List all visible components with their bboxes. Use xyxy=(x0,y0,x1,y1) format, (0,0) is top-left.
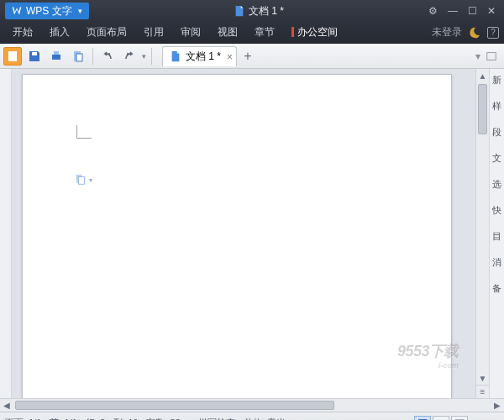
document-area[interactable]: ▾ 9553下载 i-com xyxy=(12,69,475,398)
print-layout-view-button[interactable] xyxy=(414,416,431,421)
svg-rect-8 xyxy=(78,177,84,185)
status-bar: 页面: 1/1 节: 1/1 行: 2 列: 16 字数: 23 拼写检查 单位… xyxy=(0,412,504,420)
maximize-button[interactable]: ☐ xyxy=(468,5,477,17)
status-page[interactable]: 页面: 1/1 xyxy=(5,417,41,420)
document-icon xyxy=(170,50,181,62)
redo-button[interactable] xyxy=(120,47,139,66)
print-button[interactable] xyxy=(47,47,66,66)
hscroll-track[interactable] xyxy=(13,399,491,412)
login-status[interactable]: 未登录 xyxy=(432,25,462,39)
status-unit[interactable]: 单位: 毫米 xyxy=(244,417,286,420)
app-name: WPS 文字 xyxy=(26,4,72,18)
menu-insert[interactable]: 插入 xyxy=(42,22,77,43)
horizontal-scrollbar[interactable]: ◀ ▶ xyxy=(0,398,504,412)
svg-rect-5 xyxy=(76,54,82,61)
new-tab-button[interactable]: + xyxy=(237,46,259,66)
svg-rect-0 xyxy=(8,51,17,61)
scroll-down-button[interactable]: ▼ xyxy=(476,371,489,385)
pane-item[interactable]: 文 xyxy=(492,152,501,165)
status-section[interactable]: 节: 1/1 xyxy=(50,417,76,420)
undo-button[interactable] xyxy=(98,47,117,66)
pane-item[interactable]: 样 xyxy=(492,100,501,113)
text-cursor-position xyxy=(76,125,92,139)
svg-rect-3 xyxy=(54,51,59,55)
svg-rect-6 xyxy=(487,52,496,60)
watermark-url: i-com xyxy=(397,361,459,370)
paste-button[interactable] xyxy=(69,47,87,66)
menu-page-layout[interactable]: 页面布局 xyxy=(79,22,134,43)
document-icon xyxy=(234,5,245,17)
status-line[interactable]: 行: 2 xyxy=(86,417,105,420)
chevron-down-icon: ▾ xyxy=(89,176,92,184)
pane-item[interactable]: 选 xyxy=(492,178,501,191)
paste-options-button[interactable]: ▾ xyxy=(75,174,92,186)
paste-options-icon xyxy=(75,174,87,186)
split-handle[interactable]: ≡ xyxy=(476,385,489,398)
menu-office-space-label: 办公空间 xyxy=(297,26,338,38)
status-spellcheck[interactable]: 拼写检查 xyxy=(189,417,235,420)
document-page[interactable]: ▾ xyxy=(22,74,452,398)
status-word-count[interactable]: 字数: 23 xyxy=(146,417,180,420)
settings-icon[interactable]: ⚙ xyxy=(428,5,438,17)
svg-rect-1 xyxy=(32,52,37,55)
web-view-button[interactable] xyxy=(451,416,468,421)
scroll-thumb[interactable] xyxy=(478,84,487,134)
document-tab-label: 文档 1 * xyxy=(186,50,221,64)
pane-item[interactable]: 备 xyxy=(492,282,501,295)
close-button[interactable]: ✕ xyxy=(487,5,496,17)
tab-list-button[interactable]: ▾ xyxy=(475,50,480,62)
document-tab-strip: 文档 1 * × + xyxy=(162,44,472,68)
scroll-left-button[interactable]: ◀ xyxy=(0,401,13,410)
menu-bar: 开始 插入 页面布局 引用 审阅 视图 章节 办公空间 未登录 ? xyxy=(0,22,504,44)
document-tab-active[interactable]: 文档 1 * × xyxy=(162,46,237,66)
help-button[interactable]: ? xyxy=(487,27,499,39)
pane-item[interactable]: 消 xyxy=(492,256,501,269)
outline-view-button[interactable] xyxy=(433,416,449,421)
watermark-brand: 9553下载 xyxy=(397,343,459,360)
app-menu-chip[interactable]: WPS 文字 ▾ xyxy=(5,3,89,19)
tab-options-icon[interactable] xyxy=(486,50,497,62)
doc-title-text: 文档 1 * xyxy=(249,4,284,18)
menu-chapters[interactable]: 章节 xyxy=(247,22,282,43)
pane-item[interactable]: 目 xyxy=(492,230,501,243)
save-button[interactable] xyxy=(25,47,44,66)
chevron-down-icon: ▾ xyxy=(78,7,82,15)
svg-rect-2 xyxy=(52,55,60,60)
view-mode-buttons xyxy=(414,416,468,421)
pane-item[interactable]: 段 xyxy=(492,126,501,139)
quick-access-toolbar: ▾ 文档 1 * × + ▾ xyxy=(0,44,504,69)
menu-view[interactable]: 视图 xyxy=(210,22,245,43)
toolbar-overflow[interactable]: ▾ xyxy=(142,52,146,60)
wps-logo-icon xyxy=(12,6,22,16)
pane-item[interactable]: 新 xyxy=(492,74,501,87)
scroll-up-button[interactable]: ▲ xyxy=(476,69,489,82)
menu-review[interactable]: 审阅 xyxy=(173,22,208,43)
task-pane: 新 样 段 文 选 快 目 消 备 xyxy=(489,69,504,398)
status-col[interactable]: 列: 16 xyxy=(113,417,138,420)
menu-start[interactable]: 开始 xyxy=(5,22,40,43)
scroll-right-button[interactable]: ▶ xyxy=(491,401,504,410)
menu-office-space[interactable]: 办公空间 xyxy=(284,22,345,43)
tab-close-button[interactable]: × xyxy=(227,51,233,63)
title-bar: WPS 文字 ▾ 文档 1 * ⚙ — ☐ ✕ xyxy=(0,0,504,22)
skin-icon[interactable] xyxy=(469,27,480,39)
hscroll-thumb[interactable] xyxy=(15,401,334,410)
vertical-scrollbar[interactable]: ▲ ▼ ≡ xyxy=(475,69,489,398)
new-document-button[interactable] xyxy=(3,47,22,66)
window-title: 文档 1 * xyxy=(89,4,428,18)
watermark: 9553下载 i-com xyxy=(397,341,459,370)
menu-references[interactable]: 引用 xyxy=(136,22,171,43)
pane-item[interactable]: 快 xyxy=(492,204,501,217)
minimize-button[interactable]: — xyxy=(448,5,458,17)
left-gutter xyxy=(0,69,12,398)
